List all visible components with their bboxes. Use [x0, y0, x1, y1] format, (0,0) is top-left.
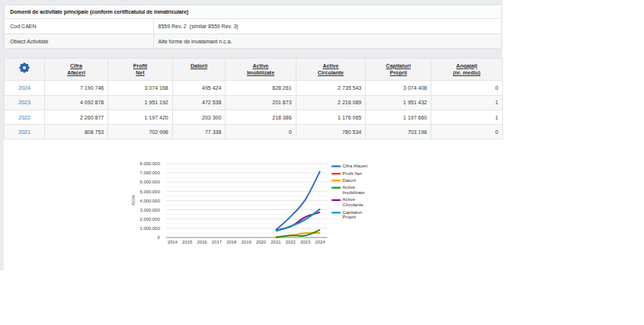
svg-text:2018: 2018 [226, 240, 237, 244]
svg-text:2022: 2022 [286, 240, 296, 244]
svg-text:7,000,000: 7,000,000 [139, 170, 160, 175]
svg-text:5,000,000: 5,000,000 [139, 190, 160, 194]
svg-text:2020: 2020 [256, 240, 267, 244]
svg-text:2014: 2014 [168, 240, 178, 244]
svg-text:0: 0 [157, 235, 160, 240]
svg-text:Cifra Afaceri: Cifra Afaceri [342, 163, 367, 168]
svg-text:2015: 2015 [182, 240, 193, 244]
svg-text:2024: 2024 [315, 240, 325, 244]
svg-text:Circulante: Circulante [342, 202, 364, 207]
svg-text:RON: RON [130, 195, 136, 206]
svg-text:1,000,000: 1,000,000 [139, 226, 160, 231]
svg-text:2017: 2017 [212, 240, 222, 244]
svg-text:2016: 2016 [197, 240, 207, 244]
svg-text:Imobilizate: Imobilizate [342, 190, 365, 195]
svg-text:6,000,000: 6,000,000 [139, 180, 160, 184]
svg-text:3,000,000: 3,000,000 [139, 208, 160, 212]
svg-text:2023: 2023 [300, 240, 311, 244]
svg-text:4,000,000: 4,000,000 [139, 199, 160, 203]
svg-text:8,000,000: 8,000,000 [139, 161, 160, 166]
svg-text:Profit Net: Profit Net [342, 170, 362, 176]
svg-text:2019: 2019 [242, 240, 252, 244]
svg-text:Datorii: Datorii [342, 177, 356, 183]
svg-text:2021: 2021 [271, 240, 280, 244]
svg-text:2,000,000: 2,000,000 [139, 217, 160, 221]
svg-text:Proprii: Proprii [342, 214, 356, 219]
